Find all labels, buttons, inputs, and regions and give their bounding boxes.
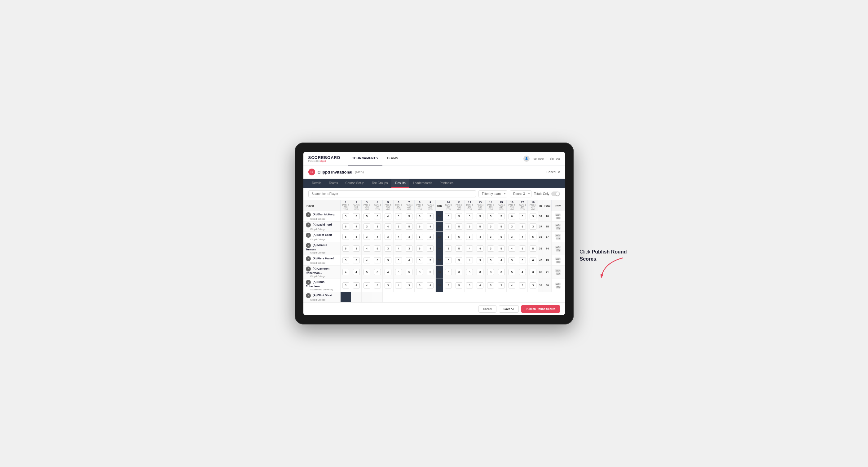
back-hole-16-score[interactable] <box>507 255 517 266</box>
hole-1-score[interactable] <box>341 266 351 279</box>
hole-4-score[interactable] <box>372 232 383 242</box>
hole-4-score[interactable] <box>372 266 383 279</box>
back-hole-13-input[interactable] <box>476 223 484 230</box>
back-hole-15-score[interactable] <box>496 266 507 279</box>
hole-2-score[interactable] <box>351 279 362 292</box>
back-hole-14-score[interactable] <box>485 232 496 242</box>
nav-teams[interactable]: TEAMS <box>382 152 403 165</box>
back-hole-13-score[interactable] <box>475 255 485 266</box>
hole-2-input[interactable] <box>353 223 360 230</box>
hole-4-input[interactable] <box>374 282 381 288</box>
hole-3-input[interactable] <box>364 213 370 219</box>
back-hole-12-score[interactable] <box>464 242 475 255</box>
back-hole-16-input[interactable] <box>508 213 515 219</box>
wd-badge[interactable]: WD <box>555 246 561 249</box>
hole-2-score[interactable] <box>351 255 362 266</box>
hole-1-score[interactable] <box>341 242 351 255</box>
back-hole-14-input[interactable] <box>487 245 494 252</box>
hole-9-input[interactable] <box>427 213 434 219</box>
back-hole-11-score[interactable] <box>454 242 464 255</box>
back-hole-15-input[interactable] <box>498 257 505 263</box>
hole-2-input[interactable] <box>353 269 360 275</box>
hole-1-input[interactable] <box>342 213 349 219</box>
back-hole-12-input[interactable] <box>466 223 473 230</box>
back-hole-15-input[interactable] <box>498 213 505 219</box>
back-hole-14-input[interactable] <box>487 223 494 230</box>
back-hole-10-input[interactable] <box>445 282 452 288</box>
hole-7-input[interactable] <box>406 257 412 263</box>
hole-7-score[interactable] <box>404 222 414 232</box>
tab-printables[interactable]: Printables <box>436 179 457 188</box>
back-hole-18-input[interactable] <box>530 282 536 288</box>
hole-9-score[interactable] <box>425 232 435 242</box>
back-hole-18-input[interactable] <box>530 245 536 252</box>
back-hole-18-score[interactable] <box>528 279 538 292</box>
back-hole-14-input[interactable] <box>487 257 494 263</box>
back-hole-11-score[interactable] <box>454 232 464 242</box>
hole-7-score[interactable] <box>404 211 414 222</box>
hole-5-input[interactable] <box>384 282 392 288</box>
back-hole-13-input[interactable] <box>476 213 484 219</box>
back-hole-11-score[interactable] <box>454 222 464 232</box>
hole-1-score[interactable] <box>341 211 351 222</box>
totals-only-toggle[interactable] <box>551 191 560 196</box>
back-hole-15-score[interactable] <box>496 222 507 232</box>
back-hole-12-input[interactable] <box>466 245 473 252</box>
back-hole-15-score[interactable] <box>496 232 507 242</box>
back-hole-12-input[interactable] <box>466 257 473 263</box>
back-hole-10-input[interactable] <box>445 223 452 230</box>
hole-1-score[interactable] <box>341 279 351 292</box>
tab-course-setup[interactable]: Course Setup <box>342 179 368 188</box>
hole-2-input[interactable] <box>353 282 360 288</box>
back-hole-14-input[interactable] <box>487 269 494 275</box>
hole-1-input[interactable] <box>342 234 349 240</box>
hole-3-score[interactable] <box>362 222 372 232</box>
publish-round-scores-button[interactable]: Publish Round Scores <box>521 305 560 313</box>
back-hole-16-score[interactable] <box>507 232 517 242</box>
hole-8-score[interactable] <box>414 211 425 222</box>
hole-4-input[interactable] <box>374 257 381 263</box>
tab-tee-groups[interactable]: Tee Groups <box>368 179 392 188</box>
back-hole-10-input[interactable] <box>445 213 452 219</box>
hole-4-input[interactable] <box>374 245 381 252</box>
back-hole-17-score[interactable] <box>517 279 528 292</box>
back-hole-14-score[interactable] <box>485 255 496 266</box>
back-hole-18-score[interactable] <box>528 222 538 232</box>
hole-3-score[interactable] <box>362 279 372 292</box>
hole-2-score[interactable] <box>351 242 362 255</box>
tab-results[interactable]: Results <box>392 179 409 188</box>
back-hole-17-input[interactable] <box>519 223 526 230</box>
hole-1-input[interactable] <box>342 269 349 275</box>
hole-5-score[interactable] <box>383 232 393 242</box>
back-hole-14-score[interactable] <box>485 279 496 292</box>
footer-cancel-button[interactable]: Cancel <box>478 305 496 313</box>
hole-5-score[interactable] <box>383 255 393 266</box>
wd-badge[interactable]: WD <box>555 224 561 226</box>
back-hole-14-score[interactable] <box>485 266 496 279</box>
hole-6-score[interactable] <box>393 279 404 292</box>
hole-9-input[interactable] <box>427 234 434 240</box>
back-hole-13-score[interactable] <box>475 211 485 222</box>
hole-3-score[interactable] <box>362 232 372 242</box>
back-hole-16-input[interactable] <box>508 269 515 275</box>
back-hole-16-score[interactable] <box>507 266 517 279</box>
hole-2-input[interactable] <box>353 213 360 219</box>
hole-5-input[interactable] <box>384 213 392 219</box>
hole-9-input[interactable] <box>427 269 434 275</box>
hole-2-score[interactable] <box>351 222 362 232</box>
hole-9-score[interactable] <box>425 211 435 222</box>
dq-badge[interactable]: DQ <box>556 227 561 230</box>
hole-6-input[interactable] <box>395 257 402 263</box>
back-hole-18-score[interactable] <box>528 266 538 279</box>
hole-7-input[interactable] <box>406 269 412 275</box>
hole-6-input[interactable] <box>395 282 402 288</box>
back-hole-17-score[interactable] <box>517 242 528 255</box>
hole-6-score[interactable] <box>393 232 404 242</box>
back-hole-18-input[interactable] <box>530 257 536 263</box>
hole-2-score[interactable] <box>351 266 362 279</box>
back-hole-16-score[interactable] <box>507 211 517 222</box>
hole-3-score[interactable] <box>362 242 372 255</box>
back-hole-11-input[interactable] <box>456 223 462 230</box>
back-hole-18-score[interactable] <box>528 255 538 266</box>
hole-4-score[interactable] <box>372 242 383 255</box>
